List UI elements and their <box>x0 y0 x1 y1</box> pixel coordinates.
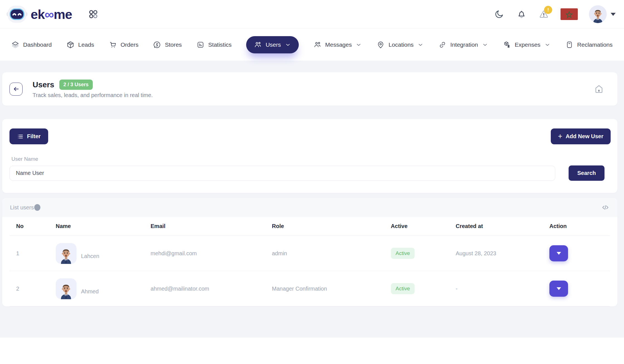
users-list-card: List users No Name Email Role Active Cre… <box>2 198 617 306</box>
table-row: 2 Ahmed ahmed@mailinator.com Manager Con… <box>9 271 610 306</box>
moon-icon <box>494 9 504 19</box>
cart-icon <box>109 41 117 49</box>
row-actions-dropdown-button[interactable] <box>549 245 568 261</box>
arrow-left-icon <box>13 85 20 93</box>
username-field-label: User Name <box>9 156 611 162</box>
brand-logo[interactable]: ek∞me <box>6 5 72 23</box>
top-header: ek∞me ! <box>0 0 624 29</box>
chevron-down-icon <box>285 41 291 48</box>
column-header-action: Action <box>545 223 610 229</box>
users-icon <box>254 41 262 49</box>
column-header-active: Active <box>387 223 452 229</box>
nav-item-orders[interactable]: Orders <box>109 41 138 49</box>
layers-icon <box>11 41 19 49</box>
nav-item-statistics[interactable]: Statistics <box>196 41 232 49</box>
username-search-input[interactable] <box>9 166 555 181</box>
plus-icon: + <box>558 133 562 140</box>
topbar-actions: ! <box>494 5 616 23</box>
list-card-header: List users <box>2 198 617 217</box>
home-shortcut[interactable] <box>593 83 605 95</box>
user-email: mehdi@gmail.com <box>146 250 268 257</box>
nav-item-dashboard[interactable]: Dashboard <box>11 41 52 49</box>
nav-item-reclamations[interactable]: Reclamations <box>565 41 613 49</box>
nav-item-expenses[interactable]: Expenses <box>503 41 551 49</box>
filter-card: Filter + Add New User User Name Search <box>2 119 617 193</box>
user-menu[interactable] <box>589 5 616 23</box>
created-at: August 28, 2023 <box>452 250 545 257</box>
nav-item-leads[interactable]: Leads <box>66 41 94 49</box>
table-header-row: No Name Email Role Active Created at Act… <box>9 217 610 236</box>
nav-item-locations[interactable]: Locations <box>376 41 424 49</box>
chevron-down-icon <box>482 41 488 48</box>
row-number: 1 <box>9 250 52 257</box>
people-icon <box>313 41 322 49</box>
main-nav: Dashboard Leads Orders Stores Statistics… <box>0 29 624 61</box>
column-header-created-at: Created at <box>452 223 545 229</box>
bell-icon <box>516 9 527 19</box>
column-header-email: Email <box>146 223 268 229</box>
add-new-user-button[interactable]: + Add New User <box>551 128 611 144</box>
user-role: admin <box>268 250 386 257</box>
user-menu-caret-icon <box>611 13 616 16</box>
notifications-button[interactable] <box>516 9 527 20</box>
alert-count-badge: ! <box>544 6 552 14</box>
page-header-text: Users 2 / 3 Users Track sales, leads, an… <box>33 80 153 98</box>
search-button[interactable]: Search <box>569 165 605 181</box>
caret-down-icon <box>557 252 561 255</box>
page-header-card: Users 2 / 3 Users Track sales, leads, an… <box>2 72 617 106</box>
language-flag-morocco[interactable] <box>561 8 578 20</box>
created-at: - <box>452 286 545 292</box>
card-minus-icon <box>565 41 574 49</box>
user-name: Lahcen <box>81 253 99 259</box>
nav-item-messages[interactable]: Messages <box>313 41 362 49</box>
expenses-box-coins-icon <box>503 41 511 49</box>
user-name: Ahmed <box>81 288 99 295</box>
table-row: 1 Lahcen mehdi@gmail.com admin Active Au… <box>9 236 610 271</box>
page-content: Users 2 / 3 Users Track sales, leads, an… <box>0 61 624 338</box>
column-header-no: No <box>9 223 52 229</box>
store-badge-icon <box>153 41 161 49</box>
column-header-role: Role <box>268 223 386 229</box>
active-status-badge: Active <box>391 283 415 294</box>
dark-mode-toggle[interactable] <box>494 9 505 20</box>
map-pin-icon <box>376 41 385 49</box>
filter-list-icon <box>17 133 24 140</box>
footer-spacer <box>0 338 624 364</box>
apps-grid-icon[interactable] <box>87 8 99 20</box>
user-email: ahmed@mailinator.com <box>146 286 268 292</box>
active-status-badge: Active <box>391 248 415 259</box>
users-table: No Name Email Role Active Created at Act… <box>2 217 617 306</box>
brand-name: ek∞me <box>31 8 72 21</box>
page-title: Users <box>33 80 54 89</box>
robot-logo-icon <box>6 5 28 23</box>
nav-item-users[interactable]: Users <box>246 36 299 53</box>
link-icon <box>438 41 447 49</box>
code-icon <box>601 203 610 212</box>
list-title: List users <box>10 204 34 211</box>
morocco-flag-icon <box>561 8 578 20</box>
users-count-badge: 2 / 3 Users <box>59 80 93 90</box>
code-view-button[interactable] <box>601 203 610 212</box>
chevron-down-icon <box>544 41 551 48</box>
column-header-name: Name <box>52 223 146 229</box>
home-icon <box>593 83 605 95</box>
nav-item-integration[interactable]: Integration <box>438 41 488 49</box>
chevron-down-icon <box>355 41 362 48</box>
status-dot-icon <box>34 204 40 211</box>
nav-item-stores[interactable]: Stores <box>153 41 182 49</box>
caret-down-icon <box>557 287 561 290</box>
package-icon <box>66 41 75 49</box>
page-subtitle: Track sales, leads, and performance in r… <box>33 92 153 98</box>
row-number: 2 <box>9 286 52 292</box>
user-avatar <box>56 278 77 299</box>
user-role: Manager Confirmation <box>268 286 386 292</box>
bar-chart-icon <box>196 41 205 49</box>
filter-button[interactable]: Filter <box>9 128 48 144</box>
alerts-button[interactable]: ! <box>538 9 549 20</box>
user-avatar <box>589 5 607 23</box>
row-actions-dropdown-button[interactable] <box>549 281 568 297</box>
user-avatar <box>56 243 77 264</box>
chevron-down-icon <box>417 41 424 48</box>
back-button[interactable] <box>9 83 23 96</box>
